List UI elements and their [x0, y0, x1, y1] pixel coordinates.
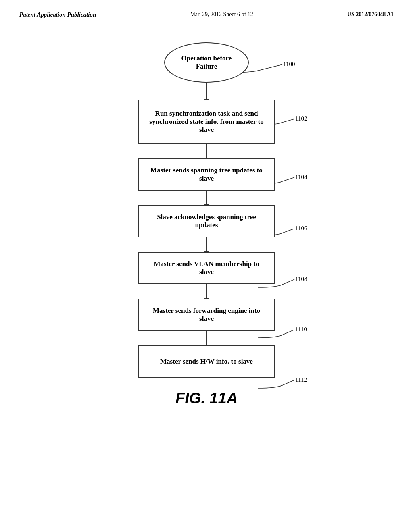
step-1110-label: Master sends forwarding engine into slav… — [147, 307, 266, 323]
sheet-info: Mar. 29, 2012 Sheet 6 of 12 — [190, 11, 253, 18]
svg-text:1108: 1108 — [295, 276, 307, 282]
arrow-1 — [206, 83, 207, 100]
step-1110-wrapper: Master sends forwarding engine into slav… — [138, 299, 275, 331]
step-1112-label: Master sends H/W info. to slave — [160, 357, 253, 366]
svg-text:1100: 1100 — [283, 61, 295, 67]
arrow-5 — [206, 284, 207, 299]
publication-label: Patent Application Publication — [19, 11, 96, 18]
step-1102-label: Run synchronization task and send synchr… — [147, 110, 266, 134]
patent-number: US 2012/076048 A1 — [347, 11, 394, 18]
figure-label: FIG. 11A — [175, 390, 238, 407]
step-1106-label: Slave acknowledges spanning tree updates — [147, 213, 266, 229]
step-1108-label: Master sends VLAN membership to slave — [147, 260, 266, 276]
arrow-6 — [206, 331, 207, 345]
flow-container: Operation before Failure Run synchroniza… — [138, 42, 275, 378]
step-1108: Master sends VLAN membership to slave — [138, 252, 275, 284]
step-1106: Slave acknowledges spanning tree updates — [138, 205, 275, 237]
step-1112-wrapper: Master sends H/W info. to slave — [138, 345, 275, 378]
svg-text:1106: 1106 — [295, 225, 307, 231]
diagram-area: 1100 1102 1104 1106 1108 1110 1112 Opera… — [0, 18, 413, 482]
svg-text:1112: 1112 — [295, 376, 307, 383]
svg-text:1102: 1102 — [295, 115, 307, 122]
svg-text:1104: 1104 — [295, 174, 307, 180]
step-1102-wrapper: Run synchronization task and send synchr… — [138, 100, 275, 144]
start-node-wrapper: Operation before Failure — [164, 42, 249, 83]
svg-text:1110: 1110 — [295, 326, 307, 332]
step-1104-label: Master sends spanning tree updates to sl… — [147, 166, 266, 183]
start-oval: Operation before Failure — [164, 42, 249, 83]
step-1106-wrapper: Slave acknowledges spanning tree updates — [138, 205, 275, 237]
step-1102: Run synchronization task and send synchr… — [138, 100, 275, 144]
step-1104-wrapper: Master sends spanning tree updates to sl… — [138, 158, 275, 191]
page-header: Patent Application Publication Mar. 29, … — [0, 0, 413, 18]
step-1110: Master sends forwarding engine into slav… — [138, 299, 275, 331]
arrow-2 — [206, 144, 207, 158]
start-label: Operation before Failure — [181, 54, 232, 71]
arrow-4 — [206, 237, 207, 252]
step-1112: Master sends H/W info. to slave — [138, 345, 275, 378]
arrow-3 — [206, 191, 207, 205]
step-1108-wrapper: Master sends VLAN membership to slave — [138, 252, 275, 284]
step-1104: Master sends spanning tree updates to sl… — [138, 158, 275, 191]
